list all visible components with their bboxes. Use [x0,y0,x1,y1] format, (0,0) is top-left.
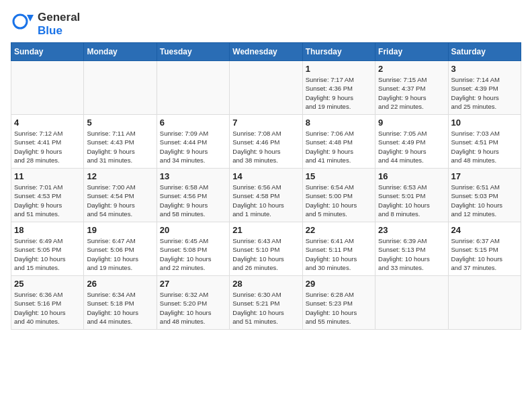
logo-blue-text: Blue [38,24,62,37]
calendar-cell: 3Sunrise: 7:14 AM Sunset: 4:39 PM Daylig… [448,61,521,115]
day-number: 15 [306,171,372,181]
day-info: Sunrise: 6:43 AM Sunset: 5:10 PM Dayligh… [232,236,299,272]
calendar-cell: 12Sunrise: 7:00 AM Sunset: 4:54 PM Dayli… [84,169,157,222]
day-info: Sunrise: 6:41 AM Sunset: 5:11 PM Dayligh… [306,236,372,272]
day-number: 26 [87,279,153,289]
calendar-cell: 23Sunrise: 6:39 AM Sunset: 5:13 PM Dayli… [375,222,448,276]
header: GeneralBlue [11,11,521,37]
day-number: 1 [306,64,372,74]
calendar-cell: 29Sunrise: 6:28 AM Sunset: 5:23 PM Dayli… [302,276,375,330]
day-number: 2 [378,64,445,74]
day-info: Sunrise: 7:03 AM Sunset: 4:51 PM Dayligh… [451,129,518,165]
day-number: 13 [160,171,226,181]
weekday-header: Friday [375,43,448,61]
calendar-cell: 5Sunrise: 7:11 AM Sunset: 4:43 PM Daylig… [84,115,157,169]
calendar-cell: 22Sunrise: 6:41 AM Sunset: 5:11 PM Dayli… [302,222,375,276]
day-info: Sunrise: 7:05 AM Sunset: 4:49 PM Dayligh… [378,129,445,165]
calendar-cell: 15Sunrise: 6:54 AM Sunset: 5:00 PM Dayli… [302,169,375,222]
day-info: Sunrise: 6:54 AM Sunset: 5:00 PM Dayligh… [306,183,372,218]
day-info: Sunrise: 6:45 AM Sunset: 5:08 PM Dayligh… [160,236,226,272]
calendar-cell: 11Sunrise: 7:01 AM Sunset: 4:53 PM Dayli… [11,169,84,222]
weekday-header: Tuesday [157,43,229,61]
calendar-week-row: 18Sunrise: 6:49 AM Sunset: 5:05 PM Dayli… [11,222,521,276]
logo-svg [11,12,35,36]
calendar-week-row: 1Sunrise: 7:17 AM Sunset: 4:36 PM Daylig… [11,61,521,115]
calendar-cell [448,276,521,330]
calendar-cell: 4Sunrise: 7:12 AM Sunset: 4:41 PM Daylig… [11,115,84,169]
calendar-cell [230,61,302,115]
day-info: Sunrise: 7:14 AM Sunset: 4:39 PM Dayligh… [451,75,518,111]
day-info: Sunrise: 7:00 AM Sunset: 4:54 PM Dayligh… [87,183,153,218]
calendar-cell: 16Sunrise: 6:53 AM Sunset: 5:01 PM Dayli… [375,169,448,222]
calendar-cell: 14Sunrise: 6:56 AM Sunset: 4:58 PM Dayli… [230,169,302,222]
calendar-cell [375,276,448,330]
svg-marker-1 [27,15,34,21]
day-number: 11 [14,171,81,181]
weekday-header: Wednesday [230,43,302,61]
day-number: 27 [160,279,226,289]
weekday-header-row: SundayMondayTuesdayWednesdayThursdayFrid… [11,43,521,61]
calendar-table: SundayMondayTuesdayWednesdayThursdayFrid… [11,42,521,330]
day-number: 25 [14,279,81,289]
day-number: 22 [306,225,372,235]
day-number: 6 [160,118,226,128]
calendar-cell [11,61,84,115]
day-info: Sunrise: 6:37 AM Sunset: 5:15 PM Dayligh… [451,236,518,272]
day-number: 23 [378,225,445,235]
calendar-cell: 20Sunrise: 6:45 AM Sunset: 5:08 PM Dayli… [157,222,229,276]
day-info: Sunrise: 6:49 AM Sunset: 5:05 PM Dayligh… [14,236,81,272]
day-number: 18 [14,225,81,235]
day-info: Sunrise: 6:28 AM Sunset: 5:23 PM Dayligh… [306,290,372,326]
day-info: Sunrise: 7:06 AM Sunset: 4:48 PM Dayligh… [306,129,372,165]
day-number: 24 [451,225,518,235]
day-number: 21 [232,225,299,235]
day-info: Sunrise: 6:30 AM Sunset: 5:21 PM Dayligh… [232,290,299,326]
calendar-cell: 10Sunrise: 7:03 AM Sunset: 4:51 PM Dayli… [448,115,521,169]
calendar-cell: 2Sunrise: 7:15 AM Sunset: 4:37 PM Daylig… [375,61,448,115]
day-number: 7 [232,118,299,128]
day-number: 29 [306,279,372,289]
day-number: 19 [87,225,153,235]
weekday-header: Monday [84,43,157,61]
day-info: Sunrise: 6:34 AM Sunset: 5:18 PM Dayligh… [87,290,153,326]
day-info: Sunrise: 7:15 AM Sunset: 4:37 PM Dayligh… [378,75,445,111]
calendar-cell: 8Sunrise: 7:06 AM Sunset: 4:48 PM Daylig… [302,115,375,169]
day-info: Sunrise: 7:09 AM Sunset: 4:44 PM Dayligh… [160,129,226,165]
day-info: Sunrise: 6:47 AM Sunset: 5:06 PM Dayligh… [87,236,153,272]
day-info: Sunrise: 7:11 AM Sunset: 4:43 PM Dayligh… [87,129,153,165]
logo-general-text: General [38,11,80,24]
day-number: 4 [14,118,81,128]
day-number: 3 [451,64,518,74]
calendar-cell: 6Sunrise: 7:09 AM Sunset: 4:44 PM Daylig… [157,115,229,169]
day-info: Sunrise: 6:51 AM Sunset: 5:03 PM Dayligh… [451,183,518,218]
calendar-week-row: 4Sunrise: 7:12 AM Sunset: 4:41 PM Daylig… [11,115,521,169]
calendar-cell: 25Sunrise: 6:36 AM Sunset: 5:16 PM Dayli… [11,276,84,330]
svg-point-0 [13,15,27,28]
calendar-cell: 1Sunrise: 7:17 AM Sunset: 4:36 PM Daylig… [302,61,375,115]
day-info: Sunrise: 7:17 AM Sunset: 4:36 PM Dayligh… [306,75,372,111]
day-info: Sunrise: 6:53 AM Sunset: 5:01 PM Dayligh… [378,183,445,218]
calendar-cell: 21Sunrise: 6:43 AM Sunset: 5:10 PM Dayli… [230,222,302,276]
calendar-cell: 9Sunrise: 7:05 AM Sunset: 4:49 PM Daylig… [375,115,448,169]
day-number: 20 [160,225,226,235]
day-number: 14 [232,171,299,181]
day-number: 9 [378,118,445,128]
calendar-cell: 7Sunrise: 7:08 AM Sunset: 4:46 PM Daylig… [230,115,302,169]
calendar-cell: 28Sunrise: 6:30 AM Sunset: 5:21 PM Dayli… [230,276,302,330]
day-number: 17 [451,171,518,181]
weekday-header: Saturday [448,43,521,61]
calendar-cell: 18Sunrise: 6:49 AM Sunset: 5:05 PM Dayli… [11,222,84,276]
day-number: 12 [87,171,153,181]
weekday-header: Sunday [11,43,84,61]
day-number: 28 [232,279,299,289]
calendar-cell: 19Sunrise: 6:47 AM Sunset: 5:06 PM Dayli… [84,222,157,276]
day-info: Sunrise: 7:12 AM Sunset: 4:41 PM Dayligh… [14,129,81,165]
day-number: 5 [87,118,153,128]
weekday-header: Thursday [302,43,375,61]
day-number: 16 [378,171,445,181]
calendar-cell [157,61,229,115]
calendar-cell: 27Sunrise: 6:32 AM Sunset: 5:20 PM Dayli… [157,276,229,330]
day-info: Sunrise: 6:39 AM Sunset: 5:13 PM Dayligh… [378,236,445,272]
day-info: Sunrise: 6:36 AM Sunset: 5:16 PM Dayligh… [14,290,81,326]
calendar-week-row: 25Sunrise: 6:36 AM Sunset: 5:16 PM Dayli… [11,276,521,330]
